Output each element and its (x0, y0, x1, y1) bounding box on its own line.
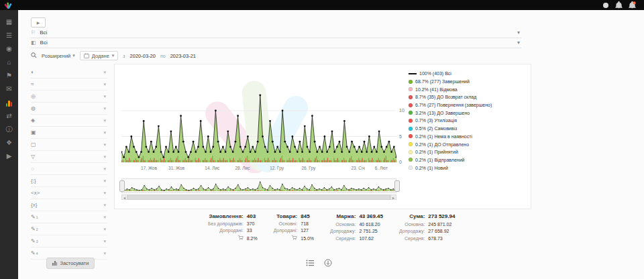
summary-row-label: Без допродажів: (208, 221, 244, 226)
legend-item[interactable]: 0.5% (2) Самовивіз (409, 125, 492, 133)
legend-item[interactable]: 3.2% (13) ДО Завершено (409, 109, 492, 117)
brand-logo-icon (4, 1, 13, 9)
chevron-down-icon: ▾ (103, 203, 107, 208)
legend-item[interactable]: 100% (403) Всі (409, 70, 492, 78)
filter-row-pencil-2[interactable]: ✎2▾ (31, 223, 107, 235)
x-tick-label: 6. Лют (369, 166, 393, 170)
sidebar-item-shop[interactable]: ⌂ (0, 57, 18, 66)
summary-row-value: 8.2% (247, 236, 258, 241)
legend-item[interactable]: 10.2% (41) Відмова (409, 85, 492, 93)
chart-navigator[interactable] (121, 178, 396, 193)
scroll-left-icon[interactable]: ◂ (121, 194, 127, 200)
sidebar-item-dashboard[interactable]: ▦ (0, 17, 18, 26)
summary-row-value: 15.0% (301, 236, 314, 241)
summary-row-label: Основна: (399, 222, 425, 227)
help-video-button[interactable]: ▶ (31, 17, 46, 27)
navigator-left-handle[interactable] (119, 180, 125, 192)
summary-column: Сума:273 529.94Основна:245 871.02Допрода… (399, 213, 455, 241)
filter-row-circle[interactable]: ◌▾ (31, 163, 107, 175)
legend-item[interactable]: 6.7% (27) Повернення (завершено) (409, 101, 492, 109)
play-icon: ▶ (37, 20, 40, 25)
sidebar-item-integrations[interactable]: ⇄ (0, 111, 18, 120)
filter-row-wave[interactable]: ≈▾ (31, 78, 107, 91)
filter-row-box[interactable]: ▢▾ (31, 139, 107, 151)
date-field-dropdown[interactable]: Додане ▾ (80, 51, 119, 60)
sidebar-item-info[interactable]: ⓘ (0, 124, 18, 133)
legend-item[interactable]: 0.7% (3) Утилізація (409, 117, 492, 125)
sidebar-item-marketing[interactable]: ✉ (0, 84, 18, 93)
apply-button[interactable]: Застосувати (46, 258, 95, 269)
summary-row-label: Допродані: (208, 228, 244, 233)
filter-row-braces[interactable]: {;}▾ (31, 175, 107, 187)
notifications-icon[interactable] (615, 1, 623, 9)
sidebar-item-video[interactable]: ▶ (0, 151, 18, 160)
chart-bars-icon (52, 261, 57, 266)
summary-title-label: Сума: (399, 213, 425, 219)
filter-row-funnel[interactable]: ▽▾ (31, 151, 107, 163)
legend-swatch-icon (409, 142, 413, 146)
legend-label: 0.7% (3) Утилізація (415, 118, 457, 123)
scrollbar-thumb[interactable] (127, 194, 390, 200)
filter-row-target[interactable]: ◎▾ (31, 91, 107, 103)
filter-select-source-value: Всі (40, 30, 47, 36)
summary-row-value: 678.73 (428, 236, 455, 241)
export-icon[interactable] (323, 258, 332, 267)
legend-label: 100% (403) Всі (419, 71, 451, 76)
filter-row-pencil-3[interactable]: ✎3▾ (31, 235, 107, 247)
date-to-input[interactable]: 2023-03-21 (170, 53, 196, 59)
legend-swatch-icon (409, 150, 413, 154)
filter-select-source[interactable]: ⚐ Всі ▾ (31, 27, 521, 38)
chevron-down-icon: ▾ (103, 215, 107, 220)
navigator-right-handle[interactable] (394, 180, 400, 192)
filter-row-tag-x[interactable]: <x>▾ (31, 187, 107, 199)
summary-title-label: Товари: (274, 213, 297, 219)
summary-column: Замовлення:403Без допродажів:370Допродан… (208, 213, 258, 241)
sidebar-item-customers[interactable]: ◉ (0, 44, 18, 53)
sidebar-item-statistics[interactable] (0, 97, 18, 107)
filter-row-pencil-1[interactable]: ✎1▾ (31, 211, 107, 223)
filter-row-shield[interactable]: ▣▾ (31, 127, 107, 139)
legend-item[interactable]: 0.2% (1) Нема в наявності (409, 133, 492, 141)
filter-row-contrast[interactable]: ◐▾ (31, 66, 107, 78)
pencil-1-icon: ✎1 (31, 214, 42, 220)
basket-icon (208, 235, 244, 241)
filter-row-diamond[interactable]: ◈▾ (31, 115, 107, 127)
legend-item[interactable]: 0.2% (1) Новий (409, 164, 492, 172)
legend-item[interactable]: 0.2% (1) Відправлений (409, 156, 492, 164)
alerts-icon[interactable] (629, 1, 636, 9)
legend-item[interactable]: 0.2% (1) ДО Отправлено (409, 140, 492, 148)
summary-row-label: Основні: (274, 221, 297, 226)
summary-title-label: Маржа: (330, 213, 356, 219)
globe-icon: ◍ (31, 105, 42, 111)
legend-swatch-icon (409, 158, 413, 162)
chevron-down-icon: ▾ (103, 130, 107, 135)
table-view-icon[interactable] (305, 258, 314, 267)
chevron-down-icon: ▾ (103, 190, 107, 196)
sidebar-item-products[interactable]: ⚑ (0, 70, 18, 80)
scroll-right-icon[interactable]: ▸ (390, 194, 396, 200)
search-mode-dropdown[interactable]: Розширений ▾ (42, 53, 75, 59)
sidebar-item-orders[interactable]: ☰ (0, 30, 18, 40)
basket-icon (274, 235, 297, 241)
account-icon[interactable] (602, 1, 609, 9)
x-tick-label: 17. Жов (137, 166, 161, 170)
search-icon[interactable] (31, 52, 37, 60)
legend-item[interactable]: 8.7% (35) ДО Возврат склад (409, 93, 492, 101)
filter-select-status[interactable]: ◧ Всі ▾ (31, 38, 521, 48)
chevron-down-icon: ▾ (103, 227, 107, 232)
brand-logo[interactable] (4, 1, 13, 9)
sidebar-item-apps[interactable]: ❖ (0, 137, 18, 147)
filter-row-braces-x[interactable]: {x}▾ (31, 199, 107, 211)
legend-item[interactable]: 68.7% (277) Завершений (409, 78, 492, 86)
calendar-icon (84, 53, 89, 58)
legend-item[interactable]: 0.2% (1) Прийнятий (409, 148, 492, 156)
chart-scrollbar[interactable]: ◂ ▸ (121, 194, 396, 200)
chevron-down-icon: ▾ (112, 53, 115, 58)
filter-row-globe[interactable]: ◍▾ (31, 103, 107, 115)
wave-icon: ≈ (31, 81, 42, 87)
chevron-down-icon: ▾ (103, 94, 107, 99)
summary-row-value: 127 (301, 228, 314, 233)
date-from-input[interactable]: 2020-03-20 (130, 53, 156, 59)
pencil-2-icon: ✎2 (31, 226, 42, 232)
legend-label: 0.2% (1) Відправлений (415, 158, 465, 162)
